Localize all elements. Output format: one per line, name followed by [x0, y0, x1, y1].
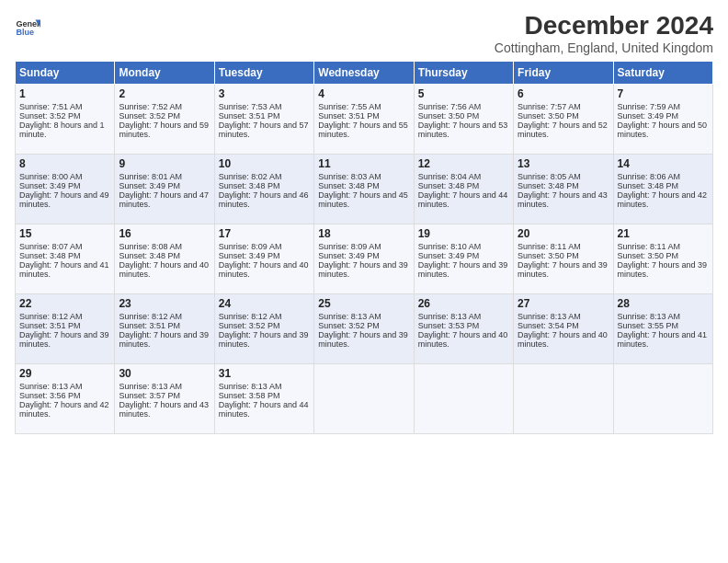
day-number: 15 [19, 227, 110, 240]
sunset: Sunset: 3:51 PM [219, 111, 280, 121]
sunset: Sunset: 3:49 PM [19, 181, 81, 190]
daylight: Daylight: 7 hours and 45 minutes. [318, 190, 408, 209]
calendar-cell: 12Sunrise: 8:04 AMSunset: 3:48 PMDayligh… [414, 155, 513, 224]
calendar-cell: 18Sunrise: 8:09 AMSunset: 3:49 PMDayligh… [314, 224, 414, 294]
sunrise: Sunrise: 8:12 AM [119, 312, 182, 321]
sunrise: Sunrise: 8:09 AM [318, 242, 381, 251]
day-number: 18 [318, 227, 409, 240]
calendar-table: SundayMondayTuesdayWednesdayThursdayFrid… [15, 61, 713, 434]
day-number: 2 [119, 87, 210, 100]
sunset: Sunset: 3:49 PM [318, 251, 380, 260]
calendar-cell: 15Sunrise: 8:07 AMSunset: 3:48 PMDayligh… [16, 224, 115, 294]
sunrise: Sunrise: 8:01 AM [119, 172, 182, 181]
daylight: Daylight: 7 hours and 44 minutes. [219, 400, 309, 419]
calendar-week-3: 15Sunrise: 8:07 AMSunset: 3:48 PMDayligh… [16, 224, 713, 294]
calendar-cell: 1Sunrise: 7:51 AMSunset: 3:52 PMDaylight… [16, 85, 115, 155]
calendar-cell: 27Sunrise: 8:13 AMSunset: 3:54 PMDayligh… [514, 294, 613, 364]
day-number: 21 [618, 227, 709, 240]
sunrise: Sunrise: 7:56 AM [418, 102, 482, 111]
sunset: Sunset: 3:52 PM [119, 111, 180, 121]
day-number: 30 [119, 367, 210, 380]
calendar-cell [613, 364, 712, 434]
calendar-cell: 21Sunrise: 8:11 AMSunset: 3:50 PMDayligh… [613, 224, 712, 294]
sunset: Sunset: 3:53 PM [418, 321, 480, 330]
day-number: 10 [219, 157, 310, 170]
calendar-cell: 9Sunrise: 8:01 AMSunset: 3:49 PMDaylight… [115, 155, 214, 224]
calendar-cell: 29Sunrise: 8:13 AMSunset: 3:56 PMDayligh… [16, 364, 115, 434]
sunset: Sunset: 3:56 PM [19, 391, 81, 400]
location-subtitle: Cottingham, England, United Kingdom [495, 40, 713, 55]
day-number: 17 [219, 227, 310, 240]
day-number: 16 [119, 227, 210, 240]
sunset: Sunset: 3:51 PM [318, 111, 380, 121]
day-number: 8 [19, 157, 110, 170]
calendar-cell [514, 364, 613, 434]
sunrise: Sunrise: 8:13 AM [418, 312, 482, 321]
daylight: Daylight: 7 hours and 43 minutes. [119, 400, 209, 419]
daylight: Daylight: 7 hours and 46 minutes. [219, 190, 309, 209]
sunrise: Sunrise: 7:52 AM [119, 102, 182, 111]
calendar-cell: 10Sunrise: 8:02 AMSunset: 3:48 PMDayligh… [214, 155, 313, 224]
title-block: December 2024 Cottingham, England, Unite… [495, 11, 713, 55]
calendar-header-row: SundayMondayTuesdayWednesdayThursdayFrid… [16, 62, 713, 85]
daylight: Daylight: 7 hours and 57 minutes. [219, 121, 309, 139]
col-header-sunday: Sunday [16, 62, 115, 85]
daylight: Daylight: 7 hours and 44 minutes. [418, 190, 508, 209]
sunrise: Sunrise: 8:08 AM [119, 242, 182, 251]
page-container: General Blue December 2024 Cottingham, E… [0, 0, 728, 442]
sunset: Sunset: 3:49 PM [618, 111, 679, 121]
calendar-cell: 16Sunrise: 8:08 AMSunset: 3:48 PMDayligh… [115, 224, 214, 294]
day-number: 5 [418, 87, 509, 100]
sunset: Sunset: 3:49 PM [418, 251, 480, 260]
sunset: Sunset: 3:48 PM [618, 181, 679, 190]
sunrise: Sunrise: 8:13 AM [318, 312, 381, 321]
svg-text:Blue: Blue [16, 28, 34, 37]
calendar-cell: 7Sunrise: 7:59 AMSunset: 3:49 PMDaylight… [613, 85, 712, 155]
logo-icon: General Blue [15, 15, 40, 40]
sunrise: Sunrise: 8:11 AM [618, 242, 681, 251]
sunrise: Sunrise: 8:13 AM [618, 312, 681, 321]
sunrise: Sunrise: 8:04 AM [418, 172, 482, 181]
daylight: Daylight: 7 hours and 39 minutes. [618, 260, 708, 279]
calendar-week-1: 1Sunrise: 7:51 AMSunset: 3:52 PMDaylight… [16, 85, 713, 155]
sunset: Sunset: 3:51 PM [19, 321, 81, 330]
col-header-monday: Monday [115, 62, 214, 85]
daylight: Daylight: 7 hours and 52 minutes. [518, 121, 608, 139]
calendar-cell: 8Sunrise: 8:00 AMSunset: 3:49 PMDaylight… [16, 155, 115, 224]
daylight: Daylight: 7 hours and 50 minutes. [618, 121, 708, 139]
calendar-week-4: 22Sunrise: 8:12 AMSunset: 3:51 PMDayligh… [16, 294, 713, 364]
sunrise: Sunrise: 8:12 AM [19, 312, 83, 321]
calendar-cell: 28Sunrise: 8:13 AMSunset: 3:55 PMDayligh… [613, 294, 712, 364]
calendar-cell: 30Sunrise: 8:13 AMSunset: 3:57 PMDayligh… [115, 364, 214, 434]
day-number: 20 [518, 227, 609, 240]
sunset: Sunset: 3:50 PM [518, 111, 579, 121]
day-number: 19 [418, 227, 509, 240]
sunrise: Sunrise: 8:07 AM [19, 242, 83, 251]
day-number: 26 [418, 297, 509, 310]
sunset: Sunset: 3:48 PM [19, 251, 81, 260]
month-title: December 2024 [495, 11, 713, 40]
daylight: Daylight: 7 hours and 42 minutes. [618, 190, 708, 209]
day-number: 28 [618, 297, 709, 310]
daylight: Daylight: 7 hours and 41 minutes. [618, 330, 708, 349]
calendar-cell: 2Sunrise: 7:52 AMSunset: 3:52 PMDaylight… [115, 85, 214, 155]
day-number: 22 [19, 297, 110, 310]
daylight: Daylight: 7 hours and 49 minutes. [19, 190, 109, 209]
sunrise: Sunrise: 8:06 AM [618, 172, 681, 181]
daylight: Daylight: 7 hours and 40 minutes. [418, 330, 508, 349]
daylight: Daylight: 7 hours and 40 minutes. [219, 260, 309, 279]
sunset: Sunset: 3:49 PM [119, 181, 180, 190]
day-number: 6 [518, 87, 609, 100]
daylight: Daylight: 7 hours and 39 minutes. [318, 330, 408, 349]
sunset: Sunset: 3:48 PM [219, 181, 280, 190]
calendar-cell [314, 364, 414, 434]
sunrise: Sunrise: 8:05 AM [518, 172, 581, 181]
sunset: Sunset: 3:50 PM [618, 251, 679, 260]
day-number: 7 [618, 87, 709, 100]
calendar-cell: 26Sunrise: 8:13 AMSunset: 3:53 PMDayligh… [414, 294, 513, 364]
daylight: Daylight: 7 hours and 47 minutes. [119, 190, 209, 209]
daylight: Daylight: 7 hours and 53 minutes. [418, 121, 508, 139]
header: General Blue December 2024 Cottingham, E… [15, 11, 713, 55]
sunset: Sunset: 3:48 PM [418, 181, 480, 190]
calendar-cell: 6Sunrise: 7:57 AMSunset: 3:50 PMDaylight… [514, 85, 613, 155]
